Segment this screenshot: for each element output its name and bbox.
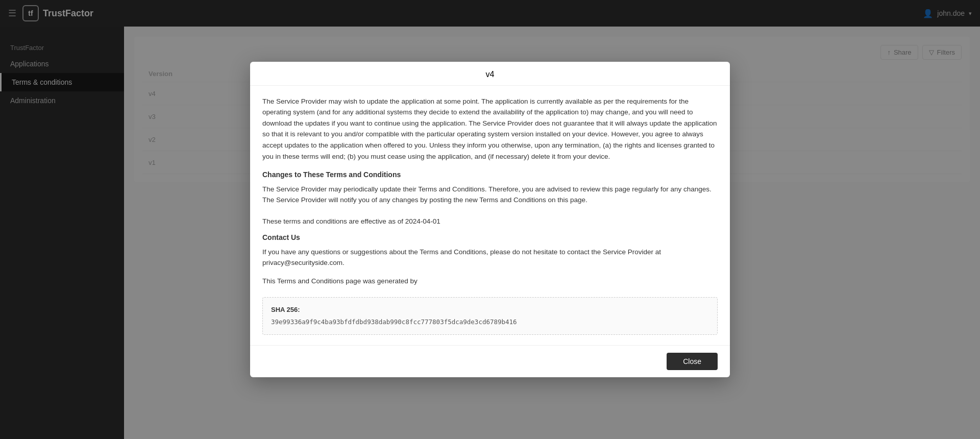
close-button[interactable]: Close <box>667 353 718 370</box>
section2-title: Contact Us <box>262 232 718 243</box>
terms-modal: v4 The Service Provider may wish to upda… <box>250 62 730 378</box>
generated-by: This Terms and Conditions page was gener… <box>262 276 718 287</box>
sha-label: SHA 256: <box>271 305 709 315</box>
modal-body[interactable]: The Service Provider may wish to update … <box>250 86 730 346</box>
modal-title: v4 <box>250 62 730 86</box>
effective-date: These terms and conditions are effective… <box>262 216 718 227</box>
sha-box: SHA 256: 39e99336a9f9c4ba93bfdfdbd938dab… <box>262 297 718 335</box>
sha-value: 39e99336a9f9c4ba93bfdfdbd938dab990c8fcc7… <box>271 317 709 327</box>
section1-title: Changes to These Terms and Conditions <box>262 169 718 180</box>
section1-text: The Service Provider may periodically up… <box>262 184 718 206</box>
body-paragraph-1: The Service Provider may wish to update … <box>262 96 718 162</box>
section2-text: If you have any questions or suggestions… <box>262 247 718 269</box>
modal-overlay: v4 The Service Provider may wish to upda… <box>0 0 980 439</box>
modal-footer: Close <box>250 345 730 377</box>
